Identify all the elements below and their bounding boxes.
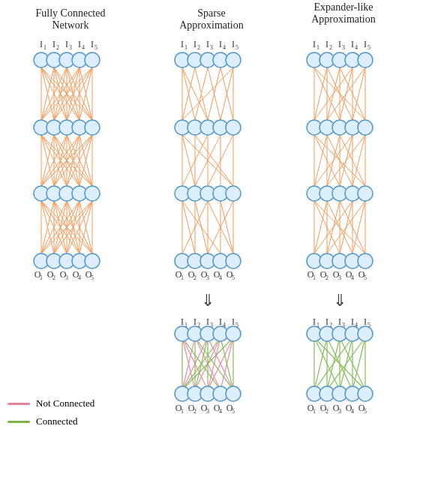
fc-output-nodes [34,254,100,268]
svg-text:5: 5 [91,274,94,281]
title-fully-connected: Fully Connected [36,8,106,19]
svg-text:2: 2 [56,44,59,51]
svg-text:I: I [181,316,184,327]
expander-bottom-connected [314,338,365,390]
sparse-input-nodes [175,52,241,68]
arrow-sparse: ⇓ [201,291,214,310]
svg-text:3: 3 [65,274,68,281]
svg-text:5: 5 [94,44,98,51]
svg-point-179 [226,120,241,135]
sparse-hidden2-nodes [175,186,241,201]
sparse-output-nodes [175,254,241,268]
fc-connections-h2-out [41,201,92,254]
svg-text:1: 1 [184,44,188,51]
svg-point-319 [226,326,241,341]
svg-text:I: I [338,39,341,50]
svg-text:I: I [65,39,68,50]
expander-connections-in-h1 [314,68,365,120]
svg-text:I: I [364,39,367,50]
svg-point-109 [85,52,100,68]
svg-point-264 [358,254,373,268]
fc-input-nodes [34,52,100,68]
legend-connected: Connected [8,416,94,428]
arrow-expander: ⇓ [333,291,346,310]
sparse-connections-h1-h2 [182,135,233,186]
svg-line-156 [195,135,233,186]
svg-line-145 [182,68,208,120]
svg-text:2: 2 [326,408,328,415]
svg-text:4: 4 [219,408,222,415]
svg-text:2: 2 [329,44,332,51]
svg-text:I: I [351,39,354,50]
svg-text:1: 1 [313,408,316,415]
fc-hidden2-nodes [34,186,100,201]
svg-point-359 [358,386,373,401]
fc-connections-h1-h2 [41,135,92,186]
svg-text:I: I [313,39,316,50]
svg-point-184 [226,186,241,201]
svg-text:5: 5 [236,44,238,51]
svg-point-174 [226,52,241,68]
svg-text:3: 3 [338,274,341,281]
svg-text:2: 2 [194,274,196,281]
svg-text:2: 2 [52,274,56,281]
title-expander: Expander-like [314,2,373,13]
svg-text:4: 4 [355,44,358,51]
expander-connections-h2-out [314,201,365,254]
svg-text:3: 3 [210,44,213,51]
svg-text:2: 2 [326,274,328,281]
expander-hidden2-nodes [307,186,373,201]
svg-line-212 [327,68,365,120]
svg-point-259 [358,186,373,201]
svg-line-227 [327,135,365,186]
svg-text:I: I [206,316,209,327]
legend-connected-label: Connected [36,416,78,428]
svg-line-209 [314,68,352,120]
svg-text:1: 1 [313,274,316,281]
svg-point-324 [226,386,241,401]
svg-text:1: 1 [181,408,184,415]
sparse-connections-in-h1 [182,68,233,120]
svg-text:3: 3 [206,408,209,415]
svg-text:I: I [181,39,184,50]
svg-line-348 [352,338,365,390]
svg-text:3: 3 [338,408,341,415]
expander-bottom-output-nodes [307,386,373,401]
svg-line-146 [182,68,233,120]
fc-hidden1-nodes [34,120,100,135]
svg-line-242 [327,201,365,254]
legend: Not Connected Connected [8,398,94,428]
svg-text:I: I [232,39,235,50]
svg-text:I: I [52,39,56,50]
svg-text:2: 2 [194,408,196,415]
svg-line-218 [314,135,327,186]
legend-not-connected: Not Connected [8,398,94,410]
svg-text:1: 1 [316,44,320,51]
svg-text:I: I [326,39,328,50]
svg-text:I: I [194,39,196,50]
sparse-connections-h2-out [182,201,233,254]
svg-text:I: I [232,316,235,327]
svg-point-354 [358,326,373,341]
svg-text:I: I [364,316,367,327]
svg-text:2: 2 [197,44,200,51]
main-container: Fully Connected Network Sparse Approxima… [0,0,423,504]
legend-not-connected-line [8,403,30,405]
expander-bottom-input-nodes [307,326,373,341]
svg-point-124 [85,254,100,268]
svg-text:I: I [326,316,328,327]
svg-line-228 [352,135,365,186]
svg-text:I: I [313,316,316,327]
title-sparse-2: Approximation [179,20,244,31]
sparse-bottom-output-nodes [175,386,241,401]
svg-text:I: I [219,39,222,50]
svg-point-189 [226,254,241,268]
expander-output-nodes [307,254,373,268]
diagram-svg: Fully Connected Network Sparse Approxima… [0,0,423,504]
expander-hidden1-nodes [307,120,373,135]
svg-text:4: 4 [223,44,226,51]
svg-text:4: 4 [78,274,81,281]
title-fully-connected-2: Network [52,20,89,31]
expander-input-nodes [307,52,373,68]
svg-line-239 [314,201,352,254]
